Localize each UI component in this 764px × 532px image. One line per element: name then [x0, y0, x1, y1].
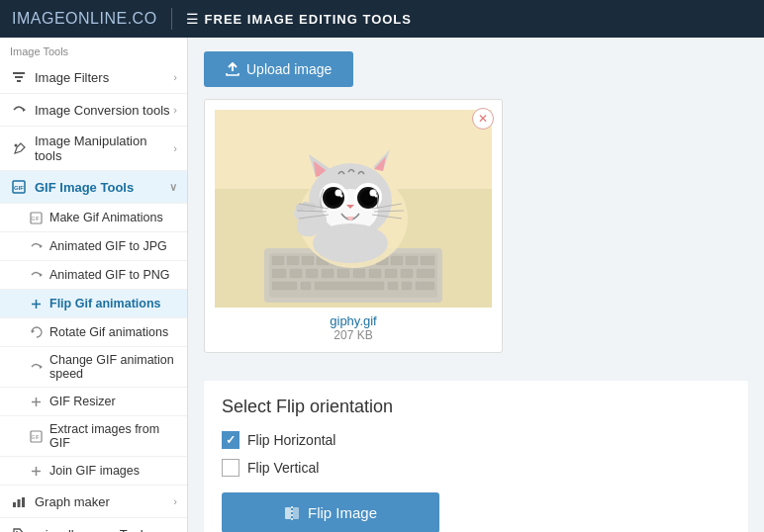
resizer-icon	[28, 394, 44, 409]
sidebar-item-label: Animated GIF to PNG	[49, 268, 170, 282]
svg-marker-14	[40, 365, 43, 369]
gif-icon: GIF	[10, 178, 28, 196]
flip-image-btn-label: Flip Image	[308, 504, 377, 521]
flip-horizontal-label: Flip Horizontal	[247, 432, 335, 448]
svg-rect-1	[15, 76, 23, 78]
svg-marker-10	[40, 273, 43, 277]
svg-point-69	[340, 195, 343, 198]
chevron-icon: ›	[173, 71, 177, 83]
svg-rect-47	[417, 269, 434, 278]
flip-vertical-label: Flip Vertical	[247, 460, 319, 476]
svg-text:GIF: GIF	[14, 185, 24, 191]
svg-rect-42	[337, 269, 349, 278]
svg-text:GIF: GIF	[31, 434, 39, 440]
sidebar-item-join-gif[interactable]: Join GIF images	[0, 457, 187, 486]
svg-rect-41	[322, 269, 334, 278]
svg-rect-29	[302, 256, 314, 265]
upload-button-label: Upload image	[246, 61, 332, 77]
gif-sub-icon: GIF	[28, 210, 44, 225]
sidebar-item-graph-maker[interactable]: Graph maker ›	[0, 486, 187, 518]
svg-rect-22	[18, 499, 21, 507]
chevron-icon: ›	[173, 142, 177, 154]
sidebar-item-image-filters[interactable]: Image Filters ›	[0, 61, 187, 94]
svg-marker-58	[374, 156, 386, 171]
sidebar-item-label: Image Filters	[35, 70, 109, 85]
sidebar-item-gif-speed[interactable]: Change GIF animation speed	[0, 347, 187, 388]
svg-rect-39	[290, 269, 302, 278]
svg-rect-21	[13, 502, 16, 507]
svg-rect-52	[402, 282, 412, 290]
sidebar-item-image-manipulation[interactable]: Image Manipulation tools ›	[0, 127, 187, 171]
wrench-icon	[10, 139, 28, 157]
chevron-icon: ›	[173, 528, 177, 532]
tag-icon	[10, 525, 28, 532]
chevron-icon: ›	[173, 495, 177, 507]
image-preview-container: giphy.gif 207 KB ✕	[204, 99, 503, 353]
extract-icon: GIF	[28, 428, 44, 444]
svg-rect-38	[272, 269, 286, 278]
flip-image-button[interactable]: Flip Image	[222, 492, 439, 532]
svg-marker-9	[40, 244, 43, 248]
convert-sub-icon2	[28, 267, 44, 283]
sidebar-item-label: Join GIF images	[49, 464, 140, 478]
filter-icon	[10, 68, 28, 86]
svg-rect-27	[272, 256, 284, 265]
sidebar-item-image-conversion[interactable]: Image Conversion tools ›	[0, 94, 187, 127]
sidebar-item-label: GIF Image Tools	[35, 180, 134, 195]
close-image-button[interactable]: ✕	[472, 108, 494, 130]
svg-rect-0	[13, 72, 25, 74]
svg-rect-36	[406, 256, 418, 265]
sidebar-item-gif-to-jpg[interactable]: Animated GIF to JPG	[0, 232, 187, 261]
sidebar-section-title: Image Tools	[0, 38, 187, 61]
svg-marker-3	[23, 108, 26, 112]
svg-rect-45	[385, 269, 397, 278]
join-icon	[28, 463, 44, 479]
svg-rect-48	[272, 282, 297, 290]
header-divider	[171, 8, 172, 30]
svg-rect-2	[17, 80, 21, 82]
chevron-icon: ›	[173, 104, 177, 116]
svg-rect-35	[391, 256, 403, 265]
sidebar-item-rotate-gif[interactable]: Rotate Gif animations	[0, 318, 187, 347]
sidebar-item-gif-to-png[interactable]: Animated GIF to PNG	[0, 261, 187, 290]
sidebar-item-flip-gif[interactable]: Flip Gif animations	[0, 290, 187, 318]
sidebar: Image Tools Image Filters › Image Conver…	[0, 38, 188, 532]
header-title: FREE IMAGE EDITING TOOLS	[205, 12, 412, 27]
sidebar-item-make-gif[interactable]: GIF Make Gif Animations	[0, 204, 187, 232]
svg-rect-44	[369, 269, 381, 278]
flip-horizontal-option: Flip Horizontal	[222, 431, 730, 449]
flip-section: Select Flip orientation Flip Horizontal …	[204, 381, 748, 532]
convert-sub-icon	[28, 238, 44, 254]
sidebar-item-label: Graph maker	[35, 494, 110, 509]
sidebar-item-extract-gif[interactable]: GIF Extract images from GIF	[0, 416, 187, 457]
flip-btn-icon	[284, 505, 300, 521]
speed-icon	[28, 359, 44, 375]
sidebar-item-gif-resizer[interactable]: GIF Resizer	[0, 388, 187, 416]
sidebar-item-label: Extract images from GIF	[49, 422, 177, 450]
main-layout: Image Tools Image Filters › Image Conver…	[0, 38, 764, 532]
chevron-down-icon: ∨	[169, 181, 177, 194]
image-filename: giphy.gif	[330, 313, 376, 328]
sidebar-item-gif-tools[interactable]: GIF GIF Image Tools ∨	[0, 171, 187, 204]
svg-rect-43	[353, 269, 365, 278]
flip-vertical-checkbox[interactable]	[222, 459, 239, 477]
sidebar-item-label: Flip Gif animations	[49, 297, 161, 310]
svg-rect-85	[293, 507, 299, 519]
svg-point-4	[15, 144, 18, 147]
content-area: Upload image	[188, 38, 764, 532]
sidebar-item-misc-tools[interactable]: miscellaneous Tools ›	[0, 518, 187, 532]
convert-icon	[10, 101, 28, 119]
flip-horizontal-checkbox[interactable]	[222, 431, 239, 449]
svg-rect-50	[315, 282, 384, 290]
logo-bold: IMAGE	[12, 10, 65, 27]
svg-rect-49	[301, 282, 311, 290]
sidebar-item-label: Rotate Gif animations	[49, 325, 168, 339]
svg-marker-13	[32, 329, 35, 333]
svg-rect-28	[287, 256, 299, 265]
sidebar-item-label: Image Conversion tools	[35, 103, 170, 118]
upload-icon	[226, 62, 239, 76]
sidebar-item-label: Animated GIF to JPG	[49, 239, 167, 253]
logo: IMAGEONLINE.CO	[12, 10, 157, 28]
svg-text:GIF: GIF	[31, 216, 39, 222]
upload-button[interactable]: Upload image	[204, 51, 353, 87]
